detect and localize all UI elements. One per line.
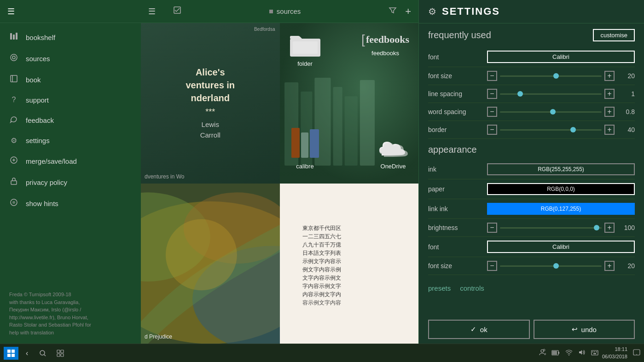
ok-button[interactable]: ✓ ok bbox=[428, 320, 530, 339]
svg-rect-61 bbox=[593, 353, 596, 354]
feedbooks-source[interactable]: [ feedbooks feedbooks bbox=[361, 32, 409, 57]
task-view-icon bbox=[57, 350, 64, 357]
ink-label: ink bbox=[428, 166, 483, 173]
word-spacing-increase-button[interactable]: + bbox=[604, 107, 615, 117]
people-icon[interactable] bbox=[539, 349, 546, 358]
sidebar-item-merge-label: merge/save/load bbox=[26, 157, 77, 165]
books-area: Bedfordsa Alice'sventures innderland ***… bbox=[141, 23, 418, 344]
sidebar-item-feedback[interactable]: feedback bbox=[0, 109, 141, 131]
sidebar-item-support[interactable]: ? support bbox=[0, 90, 141, 109]
app-font-size-increase-button[interactable]: + bbox=[604, 261, 615, 271]
brightness-increase-button[interactable]: + bbox=[604, 223, 615, 233]
alice-book-cell[interactable]: Bedfordsa Alice'sventures innderland ***… bbox=[141, 23, 280, 184]
tablet-mode-icon[interactable] bbox=[633, 349, 640, 357]
filter-icon[interactable] bbox=[389, 6, 397, 17]
svg-rect-58 bbox=[592, 351, 593, 352]
font-size-increase-button[interactable]: + bbox=[604, 71, 615, 81]
onedrive-source[interactable]: OneDrive bbox=[377, 137, 409, 170]
wifi-icon[interactable] bbox=[565, 349, 573, 357]
border-increase-button[interactable]: + bbox=[604, 125, 615, 135]
app-font-size-thumb bbox=[553, 263, 559, 269]
volume-icon[interactable] bbox=[578, 349, 586, 357]
word-spacing-decrease-button[interactable]: − bbox=[487, 107, 497, 117]
word-spacing-track bbox=[500, 111, 602, 113]
sidebar-item-sources[interactable]: sources bbox=[0, 48, 141, 69]
svg-rect-0 bbox=[10, 33, 12, 40]
svg-rect-54 bbox=[558, 352, 559, 354]
calibre-source[interactable]: CALIBRE calibre bbox=[289, 126, 321, 170]
controls-link[interactable]: controls bbox=[460, 284, 484, 292]
check-icon[interactable] bbox=[173, 6, 181, 17]
font-size-decrease-button[interactable]: − bbox=[487, 71, 497, 81]
border-decrease-button[interactable]: − bbox=[487, 125, 497, 135]
word-spacing-slider[interactable] bbox=[500, 107, 602, 116]
toolbar-center: ☰ sources + bbox=[148, 6, 411, 17]
asian-book-cell[interactable]: 東京都千代田区 一二三四五六七 八九十百千万億 日本語文字列表 示例文字内容示 … bbox=[280, 184, 419, 344]
paper-color-button[interactable]: RGB(0,0,0) bbox=[487, 183, 635, 195]
svg-text:東京都千代田区: 東京都千代田区 bbox=[302, 225, 341, 231]
undo-button[interactable]: ↩ undo bbox=[534, 320, 635, 339]
svg-text:文字内容示例文: 文字内容示例文 bbox=[302, 275, 341, 281]
list-icon[interactable]: ☰ bbox=[148, 6, 156, 17]
ink-color-button[interactable]: RGB(255,255,255) bbox=[487, 163, 635, 175]
frequently-used-title: frequently used bbox=[428, 30, 491, 40]
app-font-setting-row: font Calibri bbox=[428, 237, 635, 257]
task-view-button[interactable] bbox=[54, 347, 67, 360]
app-font-size-slider[interactable] bbox=[500, 261, 602, 270]
alice-author: LewisCarroll bbox=[200, 120, 220, 140]
brightness-slider[interactable] bbox=[500, 223, 602, 232]
appearance-section: appearance ink RGB(255,255,255) paper RG… bbox=[419, 144, 644, 281]
link-ink-setting-row: link ink RGB(0,127,255) bbox=[428, 199, 635, 219]
sidebar-nav: bookshelf sources book ? support bbox=[0, 23, 141, 283]
sidebar-item-hints[interactable]: show hints bbox=[0, 193, 141, 214]
svg-rect-44 bbox=[12, 354, 15, 357]
link-ink-color-button[interactable]: RGB(0,127,255) bbox=[487, 203, 635, 215]
font-value-button[interactable]: Calibri bbox=[487, 51, 635, 63]
line-spacing-slider[interactable] bbox=[500, 89, 602, 98]
line-spacing-label: line spacing bbox=[428, 90, 483, 98]
sidebar-item-merge[interactable]: merge/save/load bbox=[0, 150, 141, 172]
folder-source[interactable]: folder bbox=[289, 32, 321, 67]
svg-point-63 bbox=[636, 354, 637, 355]
sidebar-item-privacy[interactable]: privacy policy bbox=[0, 172, 141, 193]
border-slider[interactable] bbox=[500, 125, 602, 134]
line-spacing-decrease-button[interactable]: − bbox=[487, 89, 497, 99]
battery-icon[interactable] bbox=[551, 349, 560, 357]
svg-text:容示例文字内容: 容示例文字内容 bbox=[302, 299, 341, 306]
painting-book-cell[interactable]: d Prejudice bbox=[141, 184, 280, 344]
main-toolbar: ☰ sources + bbox=[141, 0, 418, 23]
sidebar-item-settings[interactable]: ⚙ settings bbox=[0, 131, 141, 150]
app-font-value-button[interactable]: Calibri bbox=[487, 241, 635, 253]
presets-link[interactable]: presets bbox=[428, 284, 451, 292]
svg-point-29 bbox=[166, 219, 237, 290]
font-size-label: font size bbox=[428, 72, 483, 80]
undo-label: undo bbox=[581, 326, 597, 333]
font-setting-row: font Calibri bbox=[428, 47, 635, 67]
back-button[interactable]: ‹ bbox=[22, 349, 32, 357]
clock: 18:11 06/03/2018 bbox=[602, 346, 627, 360]
painting-subtitle: d Prejudice bbox=[145, 333, 172, 340]
sidebar-item-book[interactable]: book bbox=[0, 69, 141, 90]
line-spacing-thumb bbox=[517, 91, 523, 97]
app-font-size-decrease-button[interactable]: − bbox=[487, 261, 497, 271]
svg-rect-50 bbox=[61, 354, 64, 356]
start-button[interactable] bbox=[4, 347, 18, 360]
customise-button[interactable]: customise bbox=[593, 29, 635, 41]
svg-rect-59 bbox=[594, 351, 595, 352]
painting-artwork bbox=[141, 184, 280, 344]
keyboard-icon[interactable] bbox=[591, 349, 598, 357]
app-font-size-label: font size bbox=[428, 262, 483, 270]
add-icon[interactable]: + bbox=[405, 6, 411, 17]
hamburger-menu-icon[interactable]: ☰ bbox=[7, 6, 15, 17]
brightness-decrease-button[interactable]: − bbox=[487, 223, 497, 233]
sidebar-item-bookshelf[interactable]: bookshelf bbox=[0, 27, 141, 48]
sources-icon bbox=[9, 53, 18, 63]
search-button[interactable] bbox=[35, 347, 50, 360]
alice-subtitle: dventures in Wo bbox=[145, 173, 185, 180]
support-icon: ? bbox=[9, 96, 18, 104]
font-size-slider[interactable] bbox=[500, 71, 602, 80]
line-spacing-increase-button[interactable]: + bbox=[604, 89, 615, 99]
font-size-control: − + bbox=[487, 71, 615, 81]
svg-text:内容示例文字内: 内容示例文字内 bbox=[302, 291, 341, 298]
undo-icon: ↩ bbox=[572, 325, 578, 333]
